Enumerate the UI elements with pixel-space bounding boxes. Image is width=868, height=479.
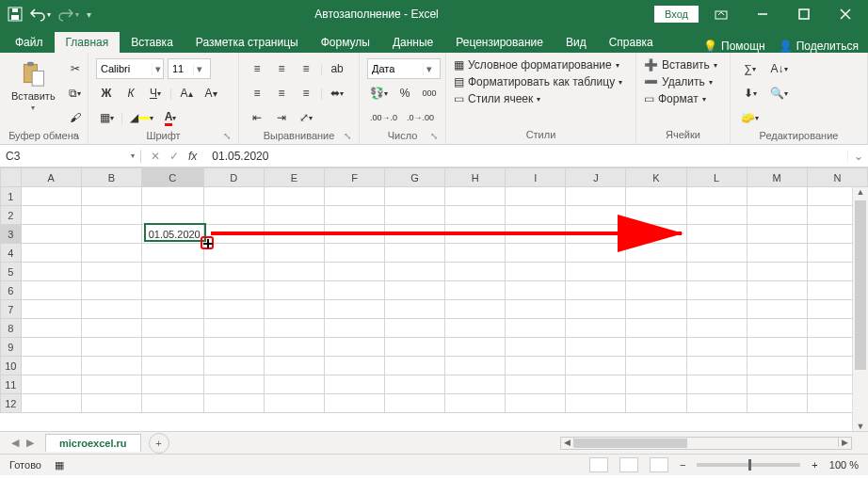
cell[interactable]: [686, 244, 747, 263]
cell[interactable]: 01.05.2020: [141, 225, 203, 244]
ribbon-options-icon[interactable]: [702, 0, 740, 28]
align-left-button[interactable]: ≡: [247, 83, 267, 104]
comma-format-button[interactable]: 000: [419, 83, 440, 104]
zoom-level[interactable]: 100 %: [829, 459, 859, 471]
tab-help[interactable]: Справка: [598, 32, 665, 53]
column-header[interactable]: M: [747, 168, 807, 187]
cell[interactable]: [747, 357, 807, 375]
cell[interactable]: [506, 206, 566, 225]
cell[interactable]: [445, 206, 506, 225]
column-header[interactable]: N: [807, 168, 867, 187]
insert-cells-button[interactable]: ➕Вставить▾: [644, 58, 717, 72]
column-header[interactable]: A: [21, 168, 81, 187]
cell[interactable]: [566, 187, 626, 206]
cell[interactable]: [385, 263, 445, 281]
tab-review[interactable]: Рецензирование: [444, 32, 555, 53]
tab-insert[interactable]: Вставка: [120, 32, 185, 53]
increase-indent-button[interactable]: ⇥: [271, 107, 292, 128]
tab-view[interactable]: Вид: [555, 32, 598, 53]
cell[interactable]: [506, 244, 566, 263]
undo-icon[interactable]: ▾: [30, 7, 51, 22]
cell[interactable]: [506, 300, 566, 319]
underline-button[interactable]: Ч▾: [145, 83, 166, 104]
fx-button[interactable]: fx: [188, 150, 197, 163]
number-launcher[interactable]: ⤡: [430, 131, 438, 141]
cell[interactable]: [747, 206, 807, 225]
sheet-tab[interactable]: microexcel.ru: [45, 434, 141, 452]
tab-home[interactable]: Главная: [55, 32, 121, 53]
cell[interactable]: [81, 375, 141, 394]
cell[interactable]: [21, 206, 81, 225]
cell[interactable]: [81, 338, 141, 357]
cell[interactable]: [264, 357, 324, 375]
wrap-text-button[interactable]: ab: [327, 58, 347, 79]
cell[interactable]: [324, 357, 384, 375]
cell[interactable]: [506, 263, 566, 281]
font-color-button[interactable]: A▾: [160, 107, 181, 128]
cell[interactable]: [626, 187, 686, 206]
cell[interactable]: [686, 187, 747, 206]
column-header[interactable]: J: [566, 168, 626, 187]
clipboard-launcher[interactable]: ⤡: [72, 131, 80, 141]
cell[interactable]: [21, 375, 81, 394]
cell[interactable]: [324, 338, 384, 357]
fill-color-button[interactable]: ◢▾: [127, 107, 156, 128]
cell[interactable]: [747, 187, 807, 206]
cell[interactable]: [81, 357, 141, 375]
cell[interactable]: [21, 187, 81, 206]
cell[interactable]: [385, 244, 445, 263]
cell[interactable]: [626, 357, 686, 375]
zoom-in-button[interactable]: +: [812, 459, 817, 471]
column-header[interactable]: E: [264, 168, 324, 187]
cell[interactable]: [506, 338, 566, 357]
cell[interactable]: [566, 394, 626, 413]
column-header[interactable]: B: [81, 168, 141, 187]
row-header[interactable]: 1: [1, 187, 22, 206]
cell[interactable]: [141, 357, 203, 375]
cell[interactable]: [686, 394, 747, 413]
tell-me-button[interactable]: 💡Помощн: [703, 40, 765, 53]
cell[interactable]: [324, 394, 384, 413]
cell[interactable]: [385, 357, 445, 375]
cell[interactable]: [21, 300, 81, 319]
cell[interactable]: [686, 300, 747, 319]
align-bottom-button[interactable]: ≡: [296, 58, 316, 79]
save-icon[interactable]: [8, 7, 23, 22]
cell[interactable]: [686, 357, 747, 375]
cell[interactable]: [21, 244, 81, 263]
align-top-button[interactable]: ≡: [247, 58, 267, 79]
cell[interactable]: [445, 244, 506, 263]
cell[interactable]: [324, 300, 384, 319]
cell[interactable]: [747, 375, 807, 394]
row-header[interactable]: 7: [1, 300, 22, 319]
cell[interactable]: [626, 263, 686, 281]
italic-button[interactable]: К: [121, 83, 141, 104]
cell[interactable]: [21, 225, 81, 244]
cell[interactable]: [686, 338, 747, 357]
tab-file[interactable]: Файл: [4, 32, 55, 53]
formula-input[interactable]: 01.05.2020: [206, 150, 847, 163]
cell[interactable]: [203, 206, 264, 225]
format-painter-button[interactable]: 🖌: [65, 107, 86, 128]
cell[interactable]: [566, 357, 626, 375]
increase-font-button[interactable]: A▴: [176, 83, 197, 104]
cell[interactable]: [324, 375, 384, 394]
row-header[interactable]: 6: [1, 281, 22, 300]
view-page-layout-button[interactable]: [619, 457, 638, 472]
cell[interactable]: [445, 300, 506, 319]
copy-button[interactable]: ⧉▾: [65, 83, 86, 104]
cell[interactable]: [506, 187, 566, 206]
tab-formulas[interactable]: Формулы: [310, 32, 381, 53]
cell[interactable]: [203, 300, 264, 319]
cell[interactable]: [506, 375, 566, 394]
add-sheet-button[interactable]: +: [149, 433, 169, 454]
cell[interactable]: [445, 375, 506, 394]
cell[interactable]: [747, 281, 807, 300]
cell[interactable]: [203, 319, 264, 338]
cell[interactable]: [21, 319, 81, 338]
minimize-icon[interactable]: [744, 0, 781, 28]
column-header[interactable]: D: [203, 168, 264, 187]
cell[interactable]: [141, 263, 203, 281]
cell[interactable]: [626, 375, 686, 394]
orientation-button[interactable]: ⤢▾: [296, 107, 316, 128]
